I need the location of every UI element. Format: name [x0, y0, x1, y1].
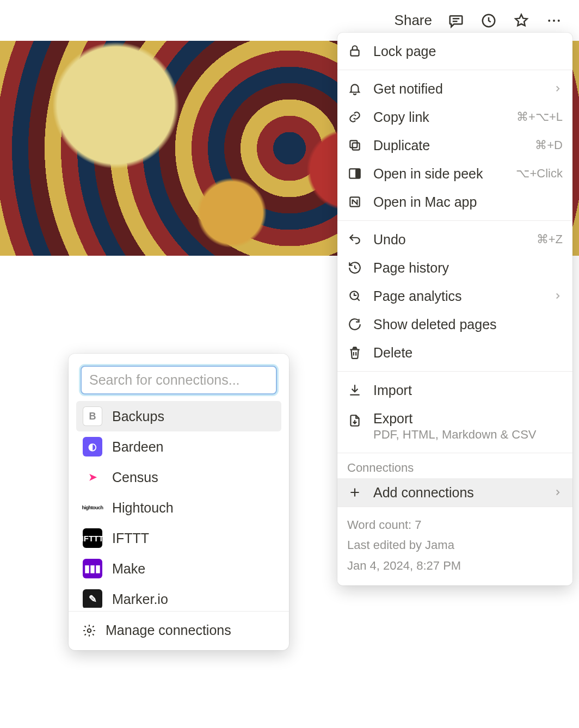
- connection-app-icon: B: [83, 406, 102, 426]
- bell-icon: [347, 81, 362, 96]
- last-edited-by: Last edited by Jama: [347, 535, 563, 555]
- connections-list: BBackups◐Bardeen➤CensushightouchHightouc…: [74, 401, 284, 608]
- connection-item-label: Backups: [112, 409, 275, 424]
- menu-item-label: Export: [373, 411, 563, 427]
- timestamp: Jan 4, 2024, 8:27 PM: [347, 556, 563, 576]
- menu-item-label: Lock page: [373, 44, 563, 59]
- menu-page-analytics[interactable]: Page analytics: [337, 282, 572, 310]
- connection-app-icon: ✎: [83, 589, 102, 608]
- menu-get-notified[interactable]: Get notified: [337, 75, 572, 103]
- svg-rect-8: [350, 140, 357, 147]
- connection-app-icon: IFTTT: [83, 528, 102, 548]
- gear-icon: [82, 623, 97, 638]
- notion-icon: [347, 194, 362, 209]
- connection-item-label: Bardeen: [112, 439, 275, 455]
- chevron-right-icon: [553, 485, 563, 501]
- chevron-right-icon: [553, 81, 563, 97]
- connection-app-icon: ➤: [83, 467, 102, 487]
- connection-item[interactable]: ✎Marker.io: [76, 584, 281, 608]
- menu-import[interactable]: Import: [337, 376, 572, 404]
- svg-rect-10: [355, 169, 360, 178]
- menu-delete[interactable]: Delete: [337, 338, 572, 367]
- svg-point-4: [553, 20, 555, 22]
- menu-item-label: Get notified: [373, 81, 542, 97]
- menu-item-label: Copy link: [373, 109, 506, 125]
- connection-item[interactable]: ➤Census: [76, 462, 281, 492]
- export-icon: [347, 413, 362, 428]
- connection-item-label: Make: [112, 561, 275, 577]
- shortcut-label: ⌘+Z: [537, 232, 563, 246]
- menu-item-label: Page analytics: [373, 288, 542, 304]
- menu-page-history[interactable]: Page history: [337, 254, 572, 282]
- shortcut-label: ⌥+Click: [516, 166, 563, 181]
- chevron-right-icon: [553, 288, 563, 304]
- duplicate-icon: [347, 138, 362, 153]
- menu-show-deleted[interactable]: Show deleted pages: [337, 310, 572, 338]
- connection-item[interactable]: hightouchHightouch: [76, 492, 281, 523]
- menu-item-label: Import: [373, 382, 563, 398]
- menu-lock-page[interactable]: Lock page: [337, 37, 572, 65]
- analytics-icon: [347, 288, 362, 304]
- menu-copy-link[interactable]: Copy link ⌘+⌥+L: [337, 103, 572, 131]
- menu-add-connections[interactable]: Add connections: [337, 478, 572, 507]
- menu-item-label: Undo: [373, 232, 526, 248]
- menu-item-label: Add connections: [373, 485, 542, 501]
- connection-item-label: Hightouch: [112, 500, 275, 516]
- menu-open-mac-app[interactable]: Open in Mac app: [337, 188, 572, 216]
- menu-item-label: Delete: [373, 345, 563, 361]
- manage-connections[interactable]: Manage connections: [74, 612, 284, 650]
- menu-undo[interactable]: Undo ⌘+Z: [337, 225, 572, 254]
- shortcut-label: ⌘+⌥+L: [516, 110, 563, 124]
- connection-item-label: IFTTT: [112, 530, 275, 546]
- svg-rect-7: [353, 143, 360, 150]
- connections-popover: BBackups◐Bardeen➤CensushightouchHightouc…: [69, 354, 289, 650]
- menu-item-label: Show deleted pages: [373, 317, 563, 332]
- trash-icon: [347, 345, 362, 360]
- link-icon: [347, 109, 362, 125]
- more-icon[interactable]: [545, 12, 563, 29]
- history-icon: [347, 260, 362, 275]
- menu-duplicate[interactable]: Duplicate ⌘+D: [337, 131, 572, 159]
- share-button[interactable]: Share: [395, 12, 432, 29]
- svg-point-3: [548, 20, 550, 22]
- menu-item-label: Page history: [373, 260, 563, 276]
- plus-icon: [347, 485, 362, 500]
- connection-item[interactable]: ▮▮▮Make: [76, 553, 281, 584]
- side-peek-icon: [347, 166, 362, 181]
- restore-icon: [347, 317, 362, 332]
- connection-item[interactable]: BBackups: [76, 401, 281, 431]
- connection-app-icon: hightouch: [83, 498, 102, 517]
- connection-app-icon: ◐: [83, 437, 102, 456]
- import-icon: [347, 382, 362, 398]
- menu-item-label: Duplicate: [373, 138, 524, 153]
- page-actions-menu: Lock page Get notified Copy link ⌘+⌥+L D…: [337, 33, 572, 585]
- connections-search-input[interactable]: [81, 366, 277, 394]
- manage-connections-label: Manage connections: [106, 622, 231, 638]
- menu-item-sublabel: PDF, HTML, Markdown & CSV: [373, 428, 563, 442]
- shortcut-label: ⌘+D: [535, 138, 563, 152]
- connection-item-label: Marker.io: [112, 591, 275, 607]
- lock-icon: [347, 44, 362, 59]
- svg-point-5: [558, 20, 560, 22]
- menu-item-label: Open in side peek: [373, 166, 505, 182]
- connection-item[interactable]: ◐Bardeen: [76, 431, 281, 462]
- connections-section-header: Connections: [337, 453, 572, 478]
- connection-item-label: Census: [112, 470, 275, 485]
- word-count: Word count: 7: [347, 515, 563, 535]
- menu-export[interactable]: Export PDF, HTML, Markdown & CSV: [337, 404, 572, 448]
- menu-side-peek[interactable]: Open in side peek ⌥+Click: [337, 159, 572, 188]
- menu-item-label: Open in Mac app: [373, 194, 563, 210]
- undo-icon: [347, 232, 362, 247]
- connection-item[interactable]: IFTTTIFTTT: [76, 523, 281, 553]
- menu-footer: Word count: 7 Last edited by Jama Jan 4,…: [337, 507, 572, 585]
- clock-icon[interactable]: [480, 12, 497, 29]
- star-icon[interactable]: [513, 12, 530, 29]
- comments-icon[interactable]: [447, 12, 465, 29]
- svg-point-13: [88, 628, 91, 632]
- connection-app-icon: ▮▮▮: [83, 559, 102, 578]
- svg-rect-6: [350, 50, 359, 56]
